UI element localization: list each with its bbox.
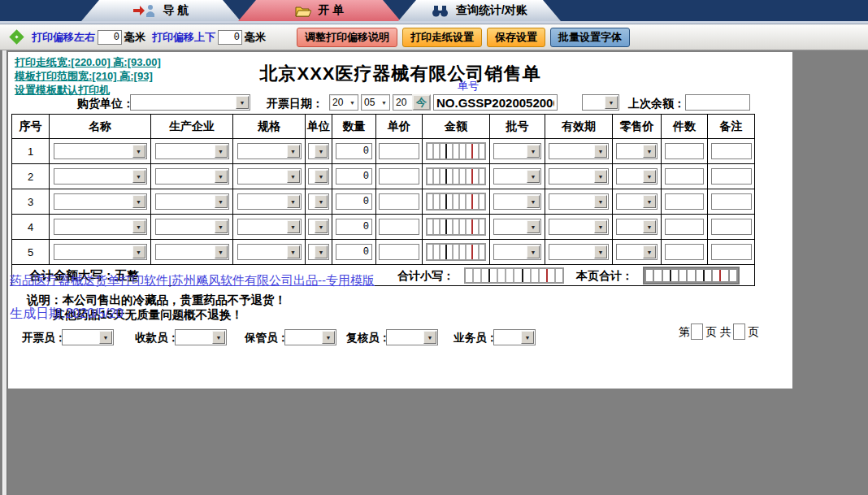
qty-input[interactable] [336, 193, 372, 210]
pieces-input[interactable] [665, 143, 704, 159]
price-input[interactable] [379, 193, 419, 210]
pieces-input[interactable] [665, 193, 704, 210]
expiry-combobox[interactable]: ▼ [549, 244, 609, 260]
chevron-down-icon: ▼ [643, 220, 656, 233]
name-combobox[interactable]: ▼ [54, 193, 147, 210]
name-combobox[interactable]: ▼ [54, 168, 147, 185]
spec-combobox[interactable]: ▼ [237, 168, 302, 185]
batch-combobox[interactable]: ▼ [493, 168, 541, 185]
qty-input[interactable] [336, 143, 372, 159]
offset-tb-input[interactable] [218, 30, 242, 45]
manufacturer-combobox[interactable]: ▼ [155, 219, 229, 235]
chevron-down-icon: ▼ [287, 195, 300, 208]
spec-combobox[interactable]: ▼ [237, 219, 302, 235]
page-number-box[interactable] [691, 323, 703, 340]
batch-combobox[interactable]: ▼ [493, 244, 541, 260]
chevron-down-icon: ▼ [594, 145, 607, 158]
chevron-down-icon: ▼ [215, 220, 228, 233]
pieces-input[interactable] [665, 168, 704, 185]
amount-digit-grid [426, 218, 486, 236]
col-price: 单价 [376, 115, 423, 139]
row-seq: 1 [12, 139, 50, 164]
expiry-combobox[interactable]: ▼ [549, 193, 609, 210]
expiry-combobox[interactable]: ▼ [549, 219, 609, 235]
qty-input[interactable] [336, 244, 372, 260]
spec-combobox[interactable]: ▼ [237, 143, 302, 159]
retail-price-combobox[interactable]: ▼ [616, 168, 658, 185]
batch-combobox[interactable]: ▼ [493, 219, 541, 235]
offset-lr-unit: 毫米 [124, 30, 145, 45]
unit-combobox[interactable]: ▼ [308, 168, 329, 185]
remark-input[interactable] [711, 219, 752, 235]
spec-combobox[interactable]: ▼ [237, 193, 302, 210]
date-year-spinner[interactable]: 20▼ [329, 94, 358, 111]
prev-balance-input[interactable] [685, 94, 750, 111]
tab-query-stats[interactable]: 查询统计/对账 [398, 0, 561, 21]
retail-price-combobox[interactable]: ▼ [616, 143, 658, 159]
chevron-down-icon: ▼ [643, 170, 656, 183]
chevron-down-icon: ▼ [605, 96, 618, 109]
expiry-combobox[interactable]: ▼ [549, 168, 609, 185]
chevron-down-icon: ▼ [643, 145, 656, 158]
total-pages-box[interactable] [733, 323, 745, 340]
name-combobox[interactable]: ▼ [54, 244, 147, 260]
table-body: ▼ ▼ ▼ ▼ ▼ ▼ ▼ 1 ▼ ▼ ▼ [12, 139, 755, 286]
page-total-digit-grid [643, 267, 740, 284]
price-input[interactable] [379, 244, 419, 260]
invoicer-label: 开票员： [22, 331, 66, 345]
tab-navigation[interactable]: 导 航 [81, 0, 241, 21]
today-button[interactable]: 今 [412, 94, 431, 111]
save-settings-button[interactable]: 保存设置 [487, 28, 545, 47]
paper-feed-settings-button[interactable]: 打印走纸设置 [402, 28, 482, 47]
batch-combobox[interactable]: ▼ [493, 143, 541, 159]
remark-input[interactable] [711, 244, 752, 260]
offset-tb-unit: 毫米 [245, 30, 266, 45]
pieces-input[interactable] [665, 244, 704, 260]
batch-combobox[interactable]: ▼ [493, 193, 541, 210]
buyer-label: 购货单位： [77, 97, 134, 111]
adjust-offset-help-button[interactable]: 调整打印偏移说明 [297, 28, 397, 47]
pieces-input[interactable] [665, 219, 704, 235]
cashier-combobox[interactable]: ▼ [175, 329, 227, 345]
qty-input[interactable] [336, 219, 372, 235]
software-watermark-link[interactable]: 药品医疗器械送货单打印软件|苏州飚风软件有限公司出品--专用模版 [10, 273, 375, 289]
reviewer-combobox[interactable]: ▼ [386, 329, 438, 345]
name-combobox[interactable]: ▼ [54, 219, 147, 235]
salesman-combobox[interactable]: ▼ [493, 329, 536, 345]
storekeeper-combobox[interactable]: ▼ [284, 329, 336, 345]
chevron-down-icon: ▼ [132, 145, 145, 158]
invoicer-combobox[interactable]: ▼ [62, 329, 114, 345]
remark-input[interactable] [711, 143, 752, 159]
page-total-label: 本页合计： [576, 269, 633, 284]
price-input[interactable] [379, 168, 419, 185]
manufacturer-combobox[interactable]: ▼ [155, 244, 229, 260]
unit-combobox[interactable]: ▼ [308, 143, 329, 159]
unit-combobox[interactable]: ▼ [308, 219, 329, 235]
tab-create-order[interactable]: 开 单 [238, 0, 401, 21]
remark-input[interactable] [711, 168, 752, 185]
date-month-spinner[interactable]: 05▼ [361, 94, 390, 111]
manufacturer-combobox[interactable]: ▼ [155, 193, 229, 210]
unit-combobox[interactable]: ▼ [308, 244, 329, 260]
spec-combobox[interactable]: ▼ [237, 244, 302, 260]
retail-price-combobox[interactable]: ▼ [616, 244, 658, 260]
header-combobox[interactable]: ▼ [582, 94, 619, 111]
manufacturer-combobox[interactable]: ▼ [155, 143, 229, 159]
remark-input[interactable] [711, 193, 752, 210]
row-seq: 3 [12, 189, 50, 215]
price-input[interactable] [379, 219, 419, 235]
order-no-input[interactable] [433, 94, 558, 111]
manufacturer-combobox[interactable]: ▼ [155, 168, 229, 185]
buyer-combobox[interactable]: ▼ [130, 94, 250, 111]
retail-price-combobox[interactable]: ▼ [616, 193, 658, 210]
offset-lr-input[interactable] [98, 30, 122, 45]
col-retail: 零售价 [613, 115, 662, 139]
expiry-combobox[interactable]: ▼ [549, 143, 609, 159]
retail-price-combobox[interactable]: ▼ [616, 219, 658, 235]
name-combobox[interactable]: ▼ [54, 143, 147, 159]
col-manufacturer: 生产企业 [151, 115, 233, 139]
price-input[interactable] [379, 143, 419, 159]
unit-combobox[interactable]: ▼ [308, 193, 329, 210]
batch-font-settings-button[interactable]: 批量设置字体 [550, 28, 630, 47]
qty-input[interactable] [336, 168, 372, 185]
